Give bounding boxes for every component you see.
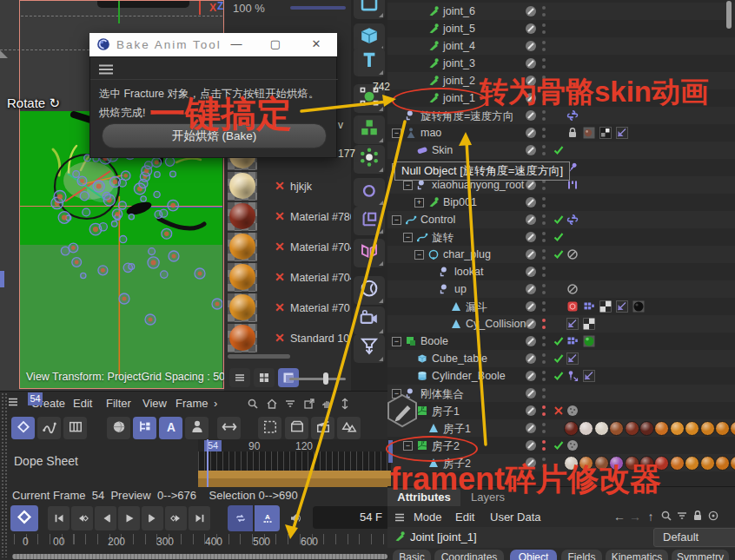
collapse-icon[interactable]: − <box>392 215 401 225</box>
delete-material-icon[interactable]: ✕ <box>275 331 285 345</box>
visibility-dots[interactable] <box>542 232 546 235</box>
metaball-icon[interactable] <box>354 178 385 207</box>
object-row-漏斗[interactable]: 漏斗 <box>387 298 735 315</box>
hamburger-icon[interactable] <box>393 511 407 525</box>
material-chip[interactable] <box>670 456 685 471</box>
frame-ruler-current[interactable]: 54 <box>28 392 43 405</box>
object-name[interactable]: Cube_table <box>432 352 487 365</box>
collapse-icon[interactable]: − <box>403 181 413 190</box>
next-frame-button[interactable] <box>142 506 163 530</box>
object-row-房子1[interactable]: 房子1 <box>387 419 735 437</box>
object-row-房子2[interactable]: −房子2 <box>387 437 735 454</box>
visibility-dots[interactable] <box>542 93 546 96</box>
show-objects-icon[interactable] <box>107 417 130 439</box>
object-name[interactable]: 房子1 <box>432 405 460 419</box>
object-row-Boole[interactable]: −Boole <box>387 333 735 350</box>
fit-vertical-icon[interactable] <box>339 398 351 412</box>
layer-pencil-icon[interactable] <box>525 196 537 208</box>
material-chip[interactable] <box>564 421 579 436</box>
visibility-dots[interactable] <box>542 336 546 339</box>
object-row-刚体集合[interactable]: −刚体集合 <box>387 385 735 402</box>
object-row-joint_2[interactable]: joint_2 <box>387 72 735 89</box>
object-name[interactable]: up <box>454 283 467 295</box>
loop-playback-button[interactable] <box>228 505 253 531</box>
material-zoom-slider[interactable] <box>290 6 346 10</box>
back-icon[interactable]: ← <box>612 510 626 524</box>
delete-material-icon[interactable]: ✕ <box>275 270 285 284</box>
ik-tag-icon[interactable] <box>566 179 579 191</box>
tab-symmetry[interactable]: Symmetry <box>672 550 729 560</box>
sound-toggle-button[interactable] <box>285 507 306 530</box>
object-name[interactable]: joint_3 <box>443 57 475 69</box>
goto-start-button[interactable] <box>48 506 70 530</box>
attr-menu-mode[interactable]: Mode <box>414 511 442 524</box>
panel-corner-marker[interactable] <box>0 50 8 58</box>
collapse-icon[interactable]: − <box>414 250 424 260</box>
object-row-joint_6[interactable]: joint_6 <box>387 3 735 20</box>
object-name[interactable]: Cy_Collision <box>466 318 526 330</box>
object-name[interactable]: joint_6 <box>443 5 475 17</box>
display-tag-icon[interactable] <box>566 352 579 365</box>
material-chip[interactable] <box>700 456 715 471</box>
object-name[interactable]: 房子2 <box>443 457 471 471</box>
object-row-Skin[interactable]: Skin <box>387 142 735 159</box>
object-name[interactable]: char_plug <box>443 248 491 260</box>
object-row-char_plug[interactable]: −char_plug <box>387 246 735 263</box>
object-row-房子1[interactable]: −房子1 <box>387 402 735 419</box>
material-chip[interactable] <box>594 456 609 471</box>
object-row-旋转[interactable]: −旋转 <box>387 228 735 246</box>
material-chip[interactable] <box>730 421 735 436</box>
grid-view-icon[interactable] <box>254 368 275 387</box>
sphere_gray-tag-icon[interactable] <box>566 439 579 451</box>
checker-tag-icon[interactable] <box>599 300 612 313</box>
hierarchy-icon[interactable] <box>133 417 156 439</box>
layer-pencil-icon[interactable] <box>525 92 537 104</box>
object-name[interactable]: Control <box>420 214 455 226</box>
grid-tag-icon[interactable] <box>566 335 579 347</box>
maximize-button[interactable]: ▢ <box>268 37 283 50</box>
collapse-icon[interactable]: − <box>392 128 401 138</box>
delete-material-icon[interactable]: ✕ <box>275 240 285 254</box>
object-name[interactable]: 漏斗 <box>466 300 487 315</box>
timeline-menu-frame[interactable]: Frame <box>175 397 209 410</box>
autokey-button[interactable] <box>10 505 38 531</box>
material-name[interactable]: Standard 10 <box>290 333 351 345</box>
object-name[interactable]: Bip001 <box>443 196 477 208</box>
layer-pencil-icon[interactable] <box>525 127 537 139</box>
object-name[interactable]: 旋转角度=速度方向 <box>420 109 513 124</box>
material-chip[interactable] <box>685 456 699 471</box>
sphere_gray-tag-icon[interactable] <box>566 405 579 417</box>
thumb-tag-icon[interactable] <box>583 127 595 139</box>
material-chip[interactable] <box>639 421 654 436</box>
material-size-slider-knob[interactable] <box>323 372 328 385</box>
layer-pencil-icon[interactable] <box>525 5 537 17</box>
edit-mode-hexagon-icon[interactable] <box>386 393 419 433</box>
layer-pencil-icon[interactable] <box>525 40 537 52</box>
object-row-joint_1[interactable]: joint_1 <box>387 89 735 107</box>
object-name[interactable]: 刚体集合 <box>420 387 464 402</box>
object-name[interactable]: joint_2 <box>443 75 475 87</box>
layer-pencil-icon[interactable] <box>525 318 537 330</box>
keyframe-track[interactable] <box>198 471 391 487</box>
object-name[interactable]: 旋转 <box>432 231 454 246</box>
layer-pencil-icon[interactable] <box>525 300 537 313</box>
visibility-dots[interactable] <box>542 58 546 62</box>
visibility-dots[interactable] <box>542 110 546 114</box>
motion-mode-icon[interactable] <box>63 417 87 439</box>
tab-attributes[interactable]: Attributes <box>387 488 460 506</box>
instance-icon[interactable] <box>354 207 385 235</box>
material-thumbnail[interactable] <box>228 263 257 292</box>
sphere_green-tag-icon[interactable] <box>583 335 595 347</box>
object-name[interactable]: joint_4 <box>443 40 475 52</box>
selected-object-row[interactable]: Joint [joint_1] Default <box>387 527 735 548</box>
layer-pencil-icon[interactable] <box>525 144 537 156</box>
python-tag-icon[interactable] <box>566 109 579 122</box>
fcurve-mode-icon[interactable] <box>37 417 61 439</box>
next-key-button[interactable] <box>165 506 187 530</box>
object-row-joint_5[interactable]: joint_5 <box>387 20 735 37</box>
material-name[interactable]: Material #70 <box>290 302 351 314</box>
visibility-dots[interactable] <box>542 23 546 27</box>
timeline-menu-edit[interactable]: Edit <box>73 397 92 410</box>
material-name[interactable]: Material #704 <box>290 241 351 254</box>
object-row-Bip001[interactable]: +Bip001 <box>387 194 735 211</box>
